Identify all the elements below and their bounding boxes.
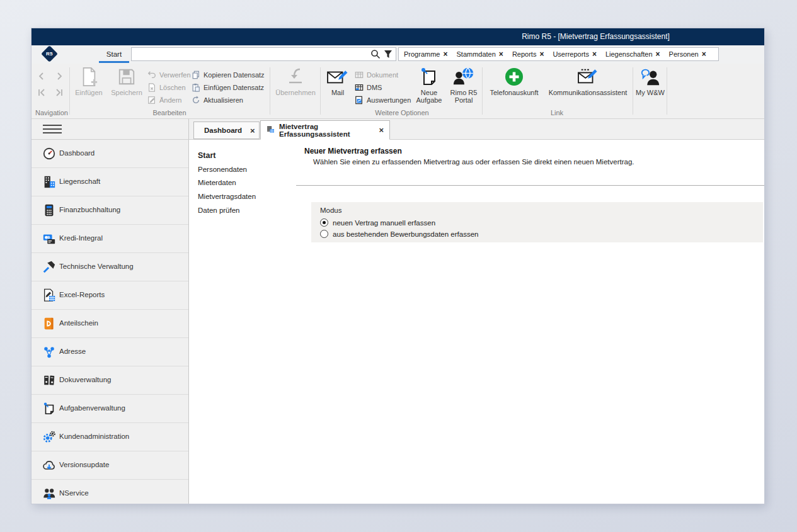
dms-button[interactable]: DMS [355,81,411,94]
quick-link-userreports[interactable]: Userreports× [553,50,596,59]
document-tab-active[interactable]: Mietvertrag Erfassungsassistent× [260,120,390,140]
paste-record-icon [192,83,200,92]
titlebar: Rimo R5 - [Mietvertrag Erfassungsassiste… [32,28,764,45]
gauge-icon [42,147,56,161]
save-icon [117,66,136,88]
dokument-button[interactable]: Dokument [355,69,411,81]
tab-label: Dashboard [204,127,242,134]
undo-icon [147,71,156,79]
modus-option-1[interactable]: neuen Vertrag manuell erfassen [320,218,435,227]
aktualisieren-button[interactable]: Aktualisieren [192,94,265,106]
wizard-step-mieterdaten[interactable]: Mieterdaten [198,176,256,190]
sidebar-item-label: Dokuverwaltung [59,376,111,383]
ribbon-tab-start[interactable]: Start [99,45,129,63]
insert-record-icon [79,66,98,88]
sidebar-item-adresse[interactable]: Adresse [32,338,188,366]
wizard-step-start[interactable]: Start [198,149,256,163]
quick-link-programme[interactable]: Programme× [404,50,447,59]
close-icon[interactable]: × [539,50,544,59]
quick-link-reports[interactable]: Reports× [512,50,544,59]
wizard-step-personendaten[interactable]: Personendaten [198,163,256,177]
wizard-step-mietvertragsdaten[interactable]: Mietvertragsdaten [198,190,256,204]
close-icon[interactable]: × [592,50,597,59]
close-tab-icon[interactable]: × [379,125,384,135]
quick-link-label: Liegenschaften [605,50,653,58]
communication-icon [576,66,599,88]
tab-label: Mietvertrag Erfassungsassistent [279,123,370,138]
kommunikationsassistent-button[interactable]: Kommunikationsassistent [546,66,630,105]
first-record-icon[interactable] [37,88,47,98]
sidebar-item-kredi-integral[interactable]: Kredi-Integral [32,225,188,253]
speichern-button[interactable]: Speichern [108,66,145,105]
close-icon[interactable]: × [656,50,660,59]
quick-link-label: Userreports [553,50,588,58]
delete-icon [147,83,156,92]
radio-button-selected[interactable] [320,218,328,227]
sidebar-item-label: Versionsupdate [59,461,109,468]
group-label-navigation: Navigation [35,109,68,116]
wizard-step-daten-pr-fen[interactable]: Daten prüfen [198,204,256,218]
close-icon[interactable]: × [702,50,706,59]
mail-button[interactable]: Mail [323,66,352,105]
sidebar-item-label: Anteilschein [59,319,98,327]
last-record-icon[interactable] [54,88,64,98]
task-pin-icon [42,402,56,416]
sidebar-item-finanzbuchhaltung[interactable]: Finanzbuchhaltung [32,196,188,225]
search-input[interactable] [131,47,396,61]
neue-aufgabe-button[interactable]: Neue Aufgabe [412,66,446,105]
my-ww-button[interactable]: My W&W [634,66,666,105]
gears-icon [42,430,56,444]
radio-button[interactable] [320,230,328,238]
sidebar-item-label: Kundenadministration [59,433,129,440]
modus-option-2[interactable]: aus bestehenden Bewerbungsdaten erfassen [320,230,478,238]
close-icon[interactable]: × [443,50,447,59]
uebernehmen-button[interactable]: Übernehmen [272,66,319,105]
desktop-background: Rimo R5 - [Mietvertrag Erfassungsassiste… [0,0,797,532]
quick-link-personen[interactable]: Personen× [669,50,706,59]
hamburger-menu-icon[interactable] [43,125,62,133]
quick-link-label: Programme [404,50,440,58]
sidebar-item-versionsupdate[interactable]: Versionsupdate [32,451,188,480]
einfuegen-datensatz-button[interactable]: Einfügen Datensatz [192,81,265,94]
previous-record-icon[interactable] [37,71,47,81]
sidebar-item-technische-verwaltung[interactable]: Technische Verwaltung [32,253,188,281]
people-group-icon [42,487,56,501]
next-record-icon[interactable] [54,71,64,81]
new-task-icon [419,66,439,88]
einfuegen-button[interactable]: Einfügen [71,66,107,105]
ribbon: Einfügen Speichern Verwerfen Löschen Änd… [32,64,764,119]
loeschen-button[interactable]: Löschen [147,81,191,94]
page-subtitle: Wählen Sie einen zu erfassenden Mietvert… [313,158,634,166]
auswertungen-button[interactable]: Auswertungen [355,94,411,106]
group-label-link: Link [551,109,563,116]
portal-globe-icon [452,66,475,88]
quick-link-liegenschaften[interactable]: Liegenschaften× [605,50,660,59]
document-tab-inactive[interactable]: Dashboard× [193,122,260,139]
close-icon[interactable]: × [499,50,503,59]
table-db-icon [267,125,275,135]
telefonauskunft-button[interactable]: Telefonauskunft [485,66,544,105]
kopieren-datensatz-button[interactable]: Kopieren Datensatz [192,69,265,81]
sidebar-item-excel-reports[interactable]: Excel-Reports [32,281,188,310]
sidebar-item-kundenadministration[interactable]: Kundenadministration [32,423,188,451]
app-logo-icon[interactable]: R5 [41,45,58,62]
verwerfen-button[interactable]: Verwerfen [147,69,191,81]
sidebar-item-liegenschaft[interactable]: Liegenschaft [32,168,188,196]
rimo-portal-button[interactable]: Rimo R5 Portal [447,66,481,105]
quick-link-stammdaten[interactable]: Stammdaten× [456,50,503,59]
sidebar-item-label: Excel-Reports [59,291,105,298]
sidebar-item-aufgabenverwaltung[interactable]: Aufgabenverwaltung [32,395,188,423]
aendern-button[interactable]: Ändern [147,94,191,106]
app-window: Rimo R5 - [Mietvertrag Erfassungsassiste… [32,28,764,504]
filter-icon[interactable] [383,49,393,59]
sidebar-item-nservice[interactable]: NService [32,480,188,504]
sidebar-item-label: Aufgabenverwaltung [59,404,125,412]
sidebar-item-anteilschein[interactable]: Anteilschein [32,310,188,338]
sidebar-item-dashboard[interactable]: Dashboard [32,140,188,168]
binders-icon [42,373,56,387]
cloud-download-icon [42,458,56,472]
search-icon[interactable] [370,49,381,59]
sidebar-item-dokuverwaltung[interactable]: Dokuverwaltung [32,366,188,395]
close-tab-icon[interactable]: × [250,126,255,135]
hammer-icon [42,260,56,274]
